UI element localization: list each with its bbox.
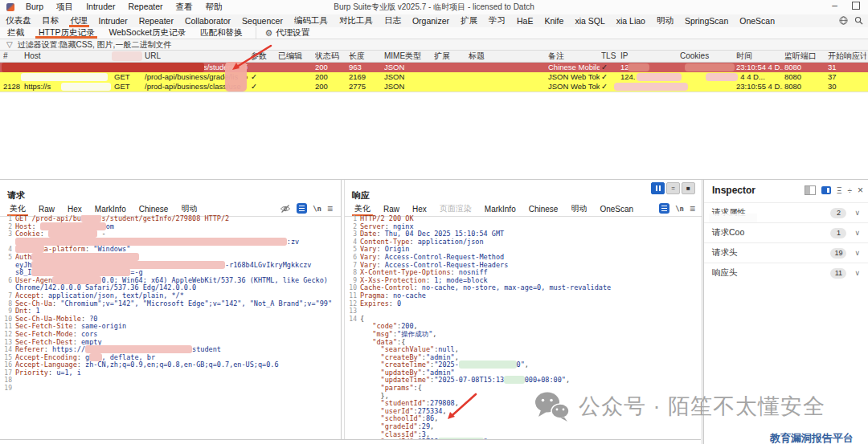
column-header[interactable]: Host [24, 51, 113, 62]
request-editor[interactable]: 1GET /prod-api/bu s/student/getInfo/2798… [0, 215, 341, 439]
column-header[interactable]: 监听端口 [784, 51, 825, 62]
column-header[interactable]: 状态码 [315, 51, 346, 62]
pause-button[interactable] [651, 182, 665, 194]
sub-tab[interactable]: 匹配和替换 [193, 27, 250, 39]
column-header[interactable]: MIME类型 [384, 51, 431, 62]
code-text: , [432, 330, 436, 338]
main-tab[interactable]: 日志 [379, 14, 407, 27]
editor-tab[interactable]: Raw [377, 202, 406, 216]
column-header[interactable]: 长度 [349, 51, 381, 62]
main-tab[interactable]: 仪表盘 [0, 14, 37, 27]
sub-tab[interactable]: WebSocket历史记录 [101, 27, 193, 39]
editor-tab[interactable]: 美化 [3, 202, 32, 216]
main-tab[interactable]: 编码工具 [289, 14, 334, 27]
inspector-view-icon[interactable] [805, 185, 816, 195]
column-header[interactable]: TLS [601, 51, 619, 62]
editor-tab[interactable]: MarkInfo [88, 202, 133, 216]
column-header[interactable]: 标题 [469, 51, 546, 62]
pretty-lines-icon[interactable] [297, 203, 307, 214]
column-header[interactable]: 开始响应计 [828, 51, 866, 62]
newline-toggle-icon[interactable]: \n [675, 205, 684, 213]
main-tab[interactable]: HaE [511, 14, 538, 27]
redaction-blob [21, 73, 108, 81]
column-header[interactable]: IP [620, 51, 678, 62]
globe-icon[interactable] [839, 16, 848, 25]
main-tab[interactable]: 扩展 [455, 14, 483, 27]
main-tab[interactable]: 对比工具 [334, 14, 379, 27]
platform-link[interactable]: 教育漏洞报告平台 [770, 431, 854, 444]
code-text: : [376, 261, 384, 269]
collapse-all-icon[interactable]: ÷ [847, 186, 852, 195]
code-text: nosniff [459, 268, 488, 276]
menu-item[interactable]: Repeater [121, 2, 169, 13]
main-tab[interactable]: 明动 [651, 14, 679, 27]
editor-tab[interactable]: MarkInfo [478, 202, 522, 216]
editor-tab[interactable]: Chinese [522, 202, 565, 216]
editor-tab[interactable]: Raw [32, 202, 61, 216]
expand-all-icon[interactable]: Ξ [837, 186, 842, 195]
close-icon[interactable]: × [858, 185, 863, 196]
column-header[interactable]: 备注 [548, 51, 600, 62]
column-header[interactable]: 参数 [251, 51, 276, 62]
proxy-settings-button[interactable]: ⚙ 代理设置 [256, 27, 317, 39]
column-header[interactable]: # [3, 51, 23, 62]
main-tab[interactable]: 代理 [65, 14, 93, 27]
menu-item[interactable]: 查看 [170, 2, 199, 13]
menu-item[interactable]: 帮助 [199, 2, 229, 13]
main-tab[interactable]: Sequencer [236, 14, 289, 27]
main-tab[interactable]: SpringScan [679, 14, 734, 27]
inspector-pinned-view-icon[interactable] [821, 186, 831, 194]
redaction [85, 345, 192, 353]
main-tab[interactable]: xia Liao [611, 14, 651, 27]
main-tab[interactable]: Knife [538, 14, 569, 27]
code-text: : [77, 360, 85, 369]
main-tab[interactable]: Repeater [133, 14, 179, 27]
search-icon[interactable] [854, 16, 863, 25]
menu-item[interactable]: Burp [19, 2, 50, 13]
minimize-button[interactable]: – [832, 2, 837, 10]
editor-menu-icon[interactable]: ≡ [690, 205, 695, 213]
step-button[interactable]: = [666, 182, 680, 194]
code-text: -r168b4LGvIkryMgkkczv [225, 261, 311, 269]
column-header[interactable]: 已编辑 [278, 51, 312, 62]
editor-tab[interactable]: 美化 [348, 202, 377, 216]
editor-menu-icon[interactable]: ≡ [327, 205, 333, 213]
main-tab[interactable]: Intruder [93, 14, 133, 27]
menu-item[interactable]: Intruder [80, 2, 121, 13]
editor-tab[interactable]: 明动 [564, 202, 593, 216]
newline-toggle-icon[interactable]: \n [313, 205, 321, 213]
editor-tab[interactable]: 明动 [174, 202, 203, 216]
pretty-lines-icon[interactable] [659, 203, 669, 214]
main-tab[interactable]: xia SQL [569, 14, 610, 27]
inspector-section[interactable]: 请求头19∨ [704, 242, 868, 263]
line-number [345, 393, 360, 401]
column-header[interactable]: 时间 [736, 51, 783, 62]
maximize-button[interactable] [852, 2, 860, 10]
main-tab[interactable]: Organizer [407, 14, 455, 27]
main-tab[interactable]: 目标 [37, 14, 65, 27]
code-text: https:// [52, 345, 85, 353]
sub-tab[interactable]: 拦截 [0, 27, 31, 39]
stop-button[interactable]: ■ [682, 182, 695, 194]
table-cell: 31 [828, 63, 866, 72]
editor-tab[interactable]: OneScan [593, 202, 640, 216]
column-header[interactable]: 扩展 [434, 51, 466, 62]
main-tab[interactable]: 学习 [483, 14, 511, 27]
editor-tab[interactable]: Hex [406, 202, 433, 216]
editor-tab[interactable]: Chinese [133, 202, 175, 216]
hide-eye-icon[interactable] [280, 204, 291, 214]
code-text: 0" [517, 360, 525, 369]
sub-tab[interactable]: HTTP历史记录 [31, 27, 101, 39]
column-header[interactable]: Cookies [680, 51, 735, 62]
inspector-section[interactable]: 请求Coo1∨ [704, 222, 868, 242]
line-number: 4 [345, 238, 360, 246]
editor-tab[interactable]: Hex [61, 202, 88, 216]
main-tab[interactable]: OneScan [734, 14, 780, 27]
inspector-section[interactable]: 响应头11∨ [704, 263, 868, 283]
line-number: 3 [345, 230, 360, 238]
menu-item[interactable]: 项目 [50, 2, 80, 13]
column-header[interactable]: URL [145, 51, 248, 62]
filter-bar[interactable]: ▽ 过滤器设置:隐藏CSS, 图片,一般二进制文件 [0, 39, 868, 51]
editor-tab[interactable]: 页面渲染 [433, 202, 478, 216]
main-tab[interactable]: Collaborator [179, 14, 236, 27]
